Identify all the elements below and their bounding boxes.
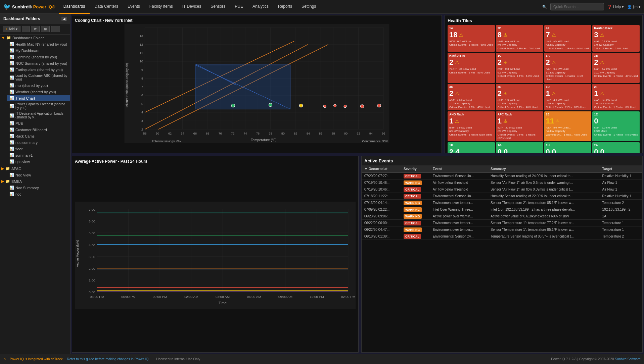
col-summary[interactable]: Summary — [488, 165, 600, 173]
sidebar-item-mix[interactable]: 📊 mix (shared by you) — [7, 82, 70, 89]
tile-1a[interactable]: 1A 18⚠ 93°F 0.7 kW LoadCritical Events 1… — [448, 25, 495, 52]
events-wrapper[interactable]: ▼ Occurred at Severity Event Summary Tar… — [362, 165, 642, 240]
col-event[interactable]: Event — [430, 165, 488, 173]
sidebar-item-apac-folder[interactable]: ▶ 📁 APAC — [0, 165, 70, 172]
sidebar-item-weather[interactable]: 📊 Weather (shared by you) — [7, 89, 70, 95]
nav-settings[interactable]: Settings — [297, 0, 321, 14]
sidebar-add-button[interactable]: + Add ▾ — [3, 26, 20, 32]
sidebar-item-floor[interactable]: 📊 floor — [7, 146, 70, 152]
nav-itdevices[interactable]: IT Devices — [178, 0, 206, 14]
event-type[interactable]: Inlet Over Warning Three... — [430, 206, 488, 213]
nav-datacenters[interactable]: Data Centers — [90, 0, 123, 14]
event-type[interactable]: Air flow below threshold — [430, 186, 488, 193]
tile-2a[interactable]: 2A 0.0 n/aF 2.0 kW Capacity0% Used1 Rack… — [592, 142, 640, 153]
sidebar-item-it-device[interactable]: 📊 IT Device and Application Loads (share… — [7, 111, 70, 120]
event-type[interactable]: Environment over temper... — [430, 200, 488, 206]
tile-ano-rack[interactable]: ANO Rack 1⚠ n/aF 1.6 kW Loadn/a kW Capac… — [448, 111, 495, 142]
tile-1c[interactable]: 1C 2⚠ n/aF 0.3 kW Load6.9 kW CapacityCri… — [496, 53, 543, 83]
status-company[interactable]: Sunbird Software — [615, 357, 641, 361]
nav-sensors[interactable]: Sensors — [206, 0, 230, 14]
sidebar-item-health-map[interactable]: 📊 Health Map NY (shared by you) — [7, 41, 70, 47]
sidebar-item-rack-cams[interactable]: 📊 Rack Cams — [7, 133, 70, 139]
search-input[interactable] — [550, 3, 604, 10]
col-occurred[interactable]: ▼ Occurred at — [362, 165, 401, 173]
tile-3c[interactable]: 3C 2⚠ n/aF 4.6 kW Load10.0 kW CapacityCr… — [448, 84, 495, 110]
sidebar-item-emea-noc[interactable]: 📊 noc — [7, 191, 70, 197]
tile-1h[interactable]: 1H 0.0 n/aF 2.0 kW Capacity0% Used1 Rack… — [544, 142, 592, 153]
tile-1g[interactable]: 1G 0.0 n/aF 6.0 kW Capacity0% Used1 Flts… — [496, 142, 543, 153]
help-button[interactable]: ❓ Help ▾ — [607, 5, 624, 9]
tile-apc-rack[interactable]: APC Rack 1⚠ 82°F ≥0.5 kW Loadn/a kW Capa… — [496, 111, 543, 142]
nav-pue[interactable]: PUE — [230, 0, 248, 14]
nav-dashboards[interactable]: Dashboards — [59, 0, 90, 14]
tile-raritan[interactable]: Raritan Rack 3⚠ n/aF 0.1 kW Load1.0 kW C… — [592, 25, 640, 52]
sidebar-item-power-capacity[interactable]: 📊 Power Capacity Forecast (shared by you… — [7, 101, 70, 111]
sidebar-item-customer-billboard[interactable]: 📊 Customer Billboard — [7, 126, 70, 133]
sidebar-list-view-button[interactable]: ☰ — [51, 26, 60, 32]
event-target[interactable]: Relative Humidity 1 — [600, 193, 642, 200]
sidebar-item-lightning[interactable]: 📊 Lightning (shared by you) — [7, 54, 70, 60]
event-target[interactable]: Temperature 2 — [600, 200, 642, 206]
nav-events[interactable]: Events — [123, 0, 145, 14]
event-type[interactable]: Active power over warnin... — [430, 213, 488, 220]
sidebar-item-trend-chart[interactable]: 📊 Trend Chart — [7, 95, 70, 101]
nav-reports[interactable]: Reports — [273, 0, 297, 14]
sidebar-refresh-button[interactable]: ⟳ — [31, 26, 40, 32]
sidebar-item-emea-noc-summary[interactable]: 📊 Noc Summary — [7, 185, 70, 191]
event-type[interactable]: Air flow below threshold — [430, 179, 488, 186]
tiles-grid: 1A 18⚠ 93°F 0.7 kW LoadCritical Events 1… — [448, 25, 640, 153]
sidebar-item-my-dashboard[interactable]: 📊 My Dashboard — [7, 47, 70, 54]
sidebar-item-noc-view[interactable]: 📊 Noc View — [7, 172, 70, 178]
event-type[interactable]: Environmental Sensor Ov... — [430, 233, 488, 240]
sidebar-grid-view-button[interactable]: ⊞ — [41, 26, 50, 32]
sidebar-item-pue[interactable]: 📊 PUE — [7, 120, 70, 126]
status-text1: Power IQ is integrated with dcTrack. — [10, 357, 63, 361]
event-target[interactable]: Air Flow 1 — [600, 186, 642, 193]
sidebar-item-ups-view[interactable]: 📊 ups view — [7, 158, 70, 165]
tile-3d[interactable]: 3D 2⚠ n/aF 1.9 kW Load5.0 kW CapacityCri… — [496, 84, 543, 110]
event-target[interactable]: Relative Humidity 1 — [600, 173, 642, 179]
sidebar-item-load-customer[interactable]: 📊 Load by Customer ABC (shared by you) — [7, 73, 70, 82]
sidebar-item-noc-summary[interactable]: 📊 NOC Summary (shared by you) — [7, 60, 70, 66]
sidebar-item-label: My Dashboard — [15, 49, 40, 53]
sidebar-item-summary1[interactable]: 📊 summary1 — [7, 152, 70, 158]
event-type[interactable]: Environment over temper... — [430, 220, 488, 226]
dash-icon: 📊 — [9, 42, 14, 46]
svg-text:90: 90 — [344, 132, 348, 135]
sidebar-collapse-button[interactable]: ◀ — [61, 17, 67, 21]
sidebar-item-emea-folder[interactable]: ▶ 📁 EMEA — [0, 178, 70, 185]
event-type[interactable]: Environmental Sensor Un... — [430, 193, 488, 200]
sidebar-item-earthquakes[interactable]: 📊 Earthquakes (shared by you) — [7, 66, 70, 73]
event-type[interactable]: Environment over temper... — [430, 226, 488, 233]
status-link1[interactable]: Refer to this guide before making change… — [67, 357, 149, 361]
nav-facilityitems[interactable]: Facility Items — [145, 0, 178, 14]
tile-1e-warn[interactable]: 1E 11⚠ n/aF n/a kW Load...n/a kW Capacit… — [544, 111, 592, 142]
event-summary: Inlet 1 on 192.168.33.199 - 2 has a thre… — [488, 206, 600, 213]
sidebar-item-noc-summary2[interactable]: 📊 noc summary — [7, 139, 70, 146]
tile-2b[interactable]: 2B 8⚠ n/aF n/a kW Loadn/a kW CapacityCri… — [496, 25, 543, 52]
event-type[interactable]: Environmental Sensor Un... — [430, 173, 488, 179]
tile-rackab45[interactable]: Rack AB45 2⚠ 73.4°F ≥5.1 kW LoadCritical… — [448, 53, 495, 83]
event-target[interactable]: 1A — [600, 213, 642, 220]
sidebar-item-label: Rack Cams — [15, 134, 35, 138]
col-severity[interactable]: Severity — [401, 165, 430, 173]
event-row: 07/13/20 04:14:... WARNING Environment o… — [362, 200, 642, 206]
tile-2f[interactable]: 2F 1⚠ n/aF n/a kW Load2.0 kW CapacityCri… — [592, 84, 640, 110]
sidebar-remove-button[interactable]: − — [22, 26, 30, 32]
tile-3b[interactable]: 3B 2⚠ n/aF 4.7 kW Load10.0 kW CapacityCr… — [592, 53, 640, 83]
event-target[interactable]: Air Flow 1 — [600, 179, 642, 186]
tile-1d[interactable]: 1D 1⚠ n/aF 4.1 kW Load6.0 kW CapacityCri… — [544, 84, 592, 110]
tile-3a[interactable]: 3A 2⚠ n/aF 0.0 kW Load1.1 kW CapacityCri… — [544, 53, 592, 83]
tile-4f[interactable]: 4F 7⚠ n/aF n/a kW Loadn/a kW CapacityCri… — [544, 25, 592, 52]
event-target[interactable]: Temperature 1 — [600, 226, 642, 233]
event-target[interactable]: Temperature 2 — [600, 233, 642, 240]
tile-1e-green[interactable]: 1E 0 n/aF 6.0 kW Load0.5% UsedCritical E… — [592, 111, 640, 142]
health-tiles-title: Health Tiles — [448, 18, 640, 23]
tile-1f[interactable]: 1F 2.4 n/aF 6.0 kW Capacity40% Used1 Flt… — [448, 142, 495, 153]
sidebar-item-dashboards-folder[interactable]: ▼ 📁 Dashboards Folder — [0, 35, 70, 41]
user-menu[interactable]: 👤 jim ▾ — [627, 5, 641, 9]
event-target[interactable]: Temperature 1 — [600, 220, 642, 226]
nav-analytics[interactable]: Analytics — [248, 0, 273, 14]
col-target[interactable]: Target — [600, 165, 642, 173]
event-target[interactable]: 192.168.33.199 - 2 — [600, 206, 642, 213]
